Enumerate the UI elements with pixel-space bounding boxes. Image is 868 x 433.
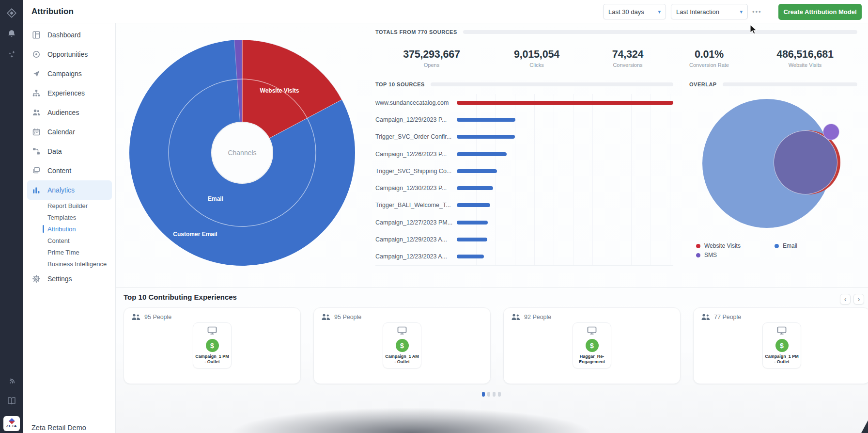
legend-dot <box>775 244 779 248</box>
experience-node[interactable]: $ Campaign_1 PM - Outlet <box>193 322 232 369</box>
pagination-dot[interactable] <box>487 392 490 397</box>
venn-circle-sms[interactable] <box>823 124 839 140</box>
stat-label: Conversion Rate <box>689 62 729 68</box>
topbar: Attribution Last 30 days ▾ Last Interact… <box>23 0 868 23</box>
source-row[interactable]: Campaign_12/26/2023 P... <box>375 145 673 162</box>
gear-icon <box>32 274 41 283</box>
header-rule <box>723 82 857 86</box>
legend-item-website-visits[interactable]: Website Visits <box>696 242 775 249</box>
carousel-prev-button[interactable]: ‹ <box>840 294 851 305</box>
legend-label: Website Visits <box>704 242 741 249</box>
sidebar-item-audiences[interactable]: Audiences <box>27 103 112 122</box>
subitem-label: Report Builder <box>47 202 88 209</box>
source-row[interactable]: Campaign_12/30/2023 P... <box>375 179 673 196</box>
attribution-model-value: Last Interaction <box>676 8 719 16</box>
pagination-dot[interactable] <box>493 392 496 397</box>
sidebar-item-content[interactable]: Content <box>27 161 112 180</box>
workspace-name[interactable]: Zeta Retail Demo <box>31 424 86 432</box>
target-icon <box>32 50 41 59</box>
create-attribution-model-button[interactable]: Create Attribution Model <box>778 4 862 20</box>
sidebar-subitem-business-intelligence[interactable]: Business Intelligence <box>23 258 116 270</box>
bar-track <box>457 214 673 231</box>
channels-sunburst-chart[interactable]: Website Visits Channels Email Customer E… <box>129 40 355 266</box>
attribution-model-dropdown[interactable]: Last Interaction ▾ <box>671 4 748 19</box>
workspace-logo[interactable]: ZETA <box>3 416 20 431</box>
totals-header: TOTALS FROM 770 SOURCES <box>375 29 857 35</box>
sidebar-item-dashboard[interactable]: Dashboard <box>27 25 112 45</box>
calendar-icon <box>32 128 41 136</box>
source-bar <box>457 238 487 241</box>
docs-book-icon[interactable] <box>7 396 16 408</box>
monitor-icon <box>587 326 597 335</box>
sidebar-subitem-attribution[interactable]: Attribution <box>23 223 116 235</box>
source-row[interactable]: Trigger_SVC_Shipping Co... <box>375 162 673 179</box>
source-label: Campaign_12/26/2023 P... <box>375 151 457 158</box>
sidebar-item-campaigns[interactable]: Campaigns <box>27 64 112 83</box>
stat-value: 486,516,681 <box>776 48 833 61</box>
source-bar <box>457 186 493 190</box>
conversion-dollar-icon: $ <box>396 339 409 352</box>
source-bar <box>457 101 673 105</box>
data-flow-icon <box>32 147 41 156</box>
sidebar-subitem-content[interactable]: Content <box>23 235 116 246</box>
legend-item-email[interactable]: Email <box>775 242 797 249</box>
source-row[interactable]: www.sundancecatalog.com <box>375 94 673 111</box>
sidebar-subitem-prime-time[interactable]: Prime Time <box>23 246 116 258</box>
pagination-dot[interactable] <box>482 392 485 397</box>
legend-label: Email <box>783 242 797 249</box>
sidebar: Dashboard Opportunities Campaigns Experi… <box>23 23 116 433</box>
experience-node[interactable]: $ Campaign_1 AM - Outlet <box>383 322 421 369</box>
bar-track <box>457 111 673 128</box>
notifications-bell-icon[interactable] <box>7 29 16 41</box>
source-row[interactable]: Trigger_SVC_Order Confir... <box>375 128 673 145</box>
segment-label-customer-email: Customer Email <box>173 231 217 238</box>
sidebar-item-label: Opportunities <box>47 50 88 58</box>
monitor-icon <box>777 326 787 335</box>
bar-track <box>457 94 673 111</box>
carousel-pagination <box>482 392 501 397</box>
experience-node[interactable]: $ Campaign_1 PM - Outlet <box>762 322 801 369</box>
totals-header-label: TOTALS FROM 770 SOURCES <box>375 29 457 35</box>
venn-circle-overlap[interactable] <box>774 130 837 194</box>
sidebar-item-calendar[interactable]: Calendar <box>27 122 112 142</box>
top-sources-header-label: TOP 10 SOURCES <box>375 81 425 87</box>
experience-card[interactable]: 77 People $ Campaign_1 PM - Outlet <box>693 307 868 384</box>
conversion-dollar-icon: $ <box>586 339 599 352</box>
source-label: Trigger_SVC_Shipping Co... <box>375 168 457 175</box>
experience-node[interactable]: $ Haggar_Re-Engagement <box>573 322 611 369</box>
bar-track <box>457 145 673 162</box>
signal-icon[interactable] <box>7 377 16 388</box>
source-label: Campaign_12/30/2023 P... <box>375 185 457 192</box>
source-row[interactable]: Campaign_12/27/2023 PM... <box>375 214 673 231</box>
people-icon <box>512 314 520 321</box>
sitemap-icon <box>32 89 41 97</box>
more-options-icon[interactable]: ••• <box>752 4 762 19</box>
source-row[interactable]: Trigger_BALI_Welcome_T... <box>375 197 673 214</box>
sidebar-item-label: Experiences <box>47 89 85 97</box>
source-label: Trigger_SVC_Order Confir... <box>375 133 457 140</box>
experience-name: Campaign_1 PM - Outlet <box>195 354 230 365</box>
ai-sparkles-icon[interactable] <box>7 49 16 60</box>
bar-track <box>457 128 673 145</box>
zeta-logo-icon[interactable] <box>6 8 17 20</box>
sidebar-item-opportunities[interactable]: Opportunities <box>27 45 112 64</box>
subitem-label: Prime Time <box>47 249 79 256</box>
date-range-dropdown[interactable]: Last 30 days ▾ <box>603 4 666 19</box>
overlap-legend: Website Visits Email SMS <box>696 242 797 258</box>
experience-card[interactable]: 92 People $ Haggar_Re-Engagement <box>503 307 681 384</box>
experience-card[interactable]: 95 People $ Campaign_1 AM - Outlet <box>313 307 491 384</box>
source-row[interactable]: Campaign_12/23/2023 A... <box>375 248 673 265</box>
sidebar-item-settings[interactable]: Settings <box>27 269 112 289</box>
experience-name: Campaign_1 PM - Outlet <box>764 354 799 365</box>
sidebar-subitem-report-builder[interactable]: Report Builder <box>23 200 116 211</box>
sidebar-item-analytics[interactable]: Analytics <box>27 180 112 200</box>
legend-item-sms[interactable]: SMS <box>696 252 775 258</box>
experience-card[interactable]: 95 People $ Campaign_1 PM - Outlet <box>124 307 301 384</box>
source-row[interactable]: Campaign_12/29/2023 A... <box>375 231 673 248</box>
carousel-next-button[interactable]: › <box>853 294 864 305</box>
sidebar-subitem-templates[interactable]: Templates <box>23 211 116 223</box>
sidebar-item-experiences[interactable]: Experiences <box>27 83 112 103</box>
sidebar-item-data[interactable]: Data <box>27 142 112 161</box>
pagination-dot[interactable] <box>498 392 501 397</box>
source-row[interactable]: Campaign_12/29/2023 P... <box>375 111 673 128</box>
